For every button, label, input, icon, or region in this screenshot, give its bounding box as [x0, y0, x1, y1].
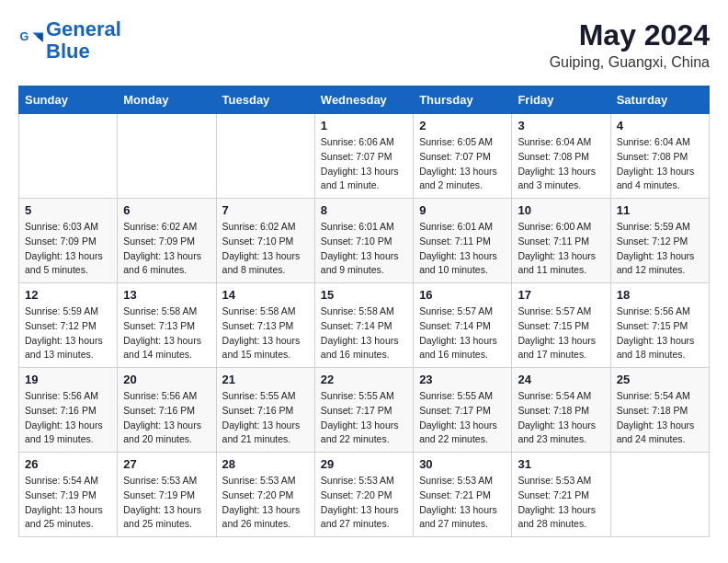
day-info: Sunrise: 5:59 AMSunset: 7:12 PMDaylight:… [25, 304, 111, 362]
calendar-cell-w2-d1: 6Sunrise: 6:02 AMSunset: 7:09 PMDaylight… [118, 199, 216, 283]
day-info: Sunrise: 6:00 AMSunset: 7:11 PMDaylight:… [518, 220, 604, 278]
calendar-cell-w4-d2: 21Sunrise: 5:55 AMSunset: 7:16 PMDayligh… [216, 368, 314, 453]
day-info: Sunrise: 6:04 AMSunset: 7:08 PMDaylight:… [518, 135, 604, 193]
day-info: Sunrise: 6:05 AMSunset: 7:07 PMDaylight:… [419, 135, 506, 193]
day-info: Sunrise: 5:58 AMSunset: 7:13 PMDaylight:… [222, 304, 309, 362]
day-number: 13 [123, 288, 210, 302]
calendar-cell-w3-d2: 14Sunrise: 5:58 AMSunset: 7:13 PMDayligh… [216, 283, 314, 368]
day-number: 27 [123, 457, 210, 471]
day-info: Sunrise: 5:58 AMSunset: 7:13 PMDaylight:… [123, 304, 210, 362]
calendar-cell-w1-d5: 3Sunrise: 6:04 AMSunset: 7:08 PMDaylight… [512, 114, 610, 199]
day-number: 17 [518, 288, 604, 302]
day-number: 21 [222, 373, 309, 386]
day-number: 28 [222, 457, 309, 471]
calendar-week-4: 19Sunrise: 5:56 AMSunset: 7:16 PMDayligh… [19, 368, 710, 453]
day-number: 14 [222, 288, 309, 302]
calendar-cell-w5-d4: 30Sunrise: 5:53 AMSunset: 7:21 PMDayligh… [414, 453, 512, 537]
day-number: 4 [617, 119, 703, 132]
location-title: Guiping, Guangxi, China [550, 54, 710, 71]
weekday-thursday: Thursday [414, 86, 512, 114]
calendar-cell-w3-d6: 18Sunrise: 5:56 AMSunset: 7:15 PMDayligh… [610, 283, 709, 368]
day-info: Sunrise: 5:55 AMSunset: 7:16 PMDaylight:… [222, 389, 309, 447]
calendar-cell-w5-d2: 28Sunrise: 5:53 AMSunset: 7:20 PMDayligh… [216, 453, 314, 537]
day-info: Sunrise: 5:56 AMSunset: 7:16 PMDaylight:… [25, 389, 111, 447]
day-number: 23 [419, 373, 506, 386]
calendar-cell-w5-d0: 26Sunrise: 5:54 AMSunset: 7:19 PMDayligh… [19, 453, 118, 537]
calendar-cell-w1-d2 [216, 114, 314, 199]
calendar-cell-w2-d4: 9Sunrise: 6:01 AMSunset: 7:11 PMDaylight… [414, 199, 512, 283]
calendar-cell-w3-d1: 13Sunrise: 5:58 AMSunset: 7:13 PMDayligh… [118, 283, 216, 368]
page-header: G General Blue May 2024 Guiping, Guangxi… [18, 18, 710, 71]
svg-text:G: G [19, 30, 28, 43]
calendar-cell-w4-d5: 24Sunrise: 5:54 AMSunset: 7:18 PMDayligh… [512, 368, 610, 453]
day-info: Sunrise: 5:58 AMSunset: 7:14 PMDaylight:… [321, 304, 407, 362]
day-info: Sunrise: 5:53 AMSunset: 7:19 PMDaylight:… [123, 474, 210, 532]
calendar-cell-w5-d5: 31Sunrise: 5:53 AMSunset: 7:21 PMDayligh… [512, 453, 610, 537]
calendar-week-3: 12Sunrise: 5:59 AMSunset: 7:12 PMDayligh… [19, 283, 710, 368]
day-info: Sunrise: 5:54 AMSunset: 7:19 PMDaylight:… [25, 474, 111, 532]
calendar-cell-w4-d1: 20Sunrise: 5:56 AMSunset: 7:16 PMDayligh… [118, 368, 216, 453]
day-info: Sunrise: 5:57 AMSunset: 7:14 PMDaylight:… [419, 304, 506, 362]
calendar-week-2: 5Sunrise: 6:03 AMSunset: 7:09 PMDaylight… [19, 199, 710, 283]
logo: G General Blue [18, 18, 121, 63]
calendar-cell-w5-d1: 27Sunrise: 5:53 AMSunset: 7:19 PMDayligh… [118, 453, 216, 537]
day-info: Sunrise: 5:57 AMSunset: 7:15 PMDaylight:… [518, 304, 604, 362]
weekday-friday: Friday [512, 86, 610, 114]
day-number: 1 [321, 119, 407, 132]
day-number: 10 [518, 203, 604, 217]
calendar-week-5: 26Sunrise: 5:54 AMSunset: 7:19 PMDayligh… [19, 453, 710, 537]
calendar-cell-w3-d5: 17Sunrise: 5:57 AMSunset: 7:15 PMDayligh… [512, 283, 610, 368]
day-info: Sunrise: 5:55 AMSunset: 7:17 PMDaylight:… [321, 389, 407, 447]
day-number: 16 [419, 288, 506, 302]
calendar-cell-w1-d4: 2Sunrise: 6:05 AMSunset: 7:07 PMDaylight… [414, 114, 512, 199]
day-number: 7 [222, 203, 309, 217]
day-number: 20 [123, 373, 210, 386]
day-number: 30 [419, 457, 506, 471]
calendar-cell-w2-d3: 8Sunrise: 6:01 AMSunset: 7:10 PMDaylight… [314, 199, 413, 283]
day-number: 26 [25, 457, 111, 471]
calendar-cell-w5-d6 [610, 453, 709, 537]
calendar-cell-w3-d3: 15Sunrise: 5:58 AMSunset: 7:14 PMDayligh… [314, 283, 413, 368]
day-info: Sunrise: 6:04 AMSunset: 7:08 PMDaylight:… [617, 135, 703, 193]
day-info: Sunrise: 5:53 AMSunset: 7:20 PMDaylight:… [222, 474, 309, 532]
day-number: 24 [518, 373, 604, 386]
day-info: Sunrise: 5:53 AMSunset: 7:21 PMDaylight:… [518, 474, 604, 532]
day-info: Sunrise: 5:59 AMSunset: 7:12 PMDaylight:… [617, 220, 703, 278]
day-number: 25 [617, 373, 703, 386]
day-number: 6 [123, 203, 210, 217]
day-info: Sunrise: 6:02 AMSunset: 7:09 PMDaylight:… [123, 220, 210, 278]
calendar-cell-w3-d0: 12Sunrise: 5:59 AMSunset: 7:12 PMDayligh… [19, 283, 118, 368]
weekday-tuesday: Tuesday [216, 86, 314, 114]
weekday-monday: Monday [118, 86, 216, 114]
calendar-header-row: Sunday Monday Tuesday Wednesday Thursday… [19, 86, 710, 114]
calendar-cell-w3-d4: 16Sunrise: 5:57 AMSunset: 7:14 PMDayligh… [414, 283, 512, 368]
calendar-cell-w2-d6: 11Sunrise: 5:59 AMSunset: 7:12 PMDayligh… [610, 199, 709, 283]
day-info: Sunrise: 6:01 AMSunset: 7:11 PMDaylight:… [419, 220, 506, 278]
calendar-table: Sunday Monday Tuesday Wednesday Thursday… [18, 86, 710, 537]
calendar-cell-w4-d0: 19Sunrise: 5:56 AMSunset: 7:16 PMDayligh… [19, 368, 118, 453]
month-title: May 2024 [550, 18, 710, 52]
weekday-wednesday: Wednesday [314, 86, 413, 114]
day-info: Sunrise: 6:03 AMSunset: 7:09 PMDaylight:… [25, 220, 111, 278]
calendar-cell-w2-d5: 10Sunrise: 6:00 AMSunset: 7:11 PMDayligh… [512, 199, 610, 283]
day-info: Sunrise: 5:54 AMSunset: 7:18 PMDaylight:… [518, 389, 604, 447]
calendar-week-1: 1Sunrise: 6:06 AMSunset: 7:07 PMDaylight… [19, 114, 710, 199]
day-number: 11 [617, 203, 703, 217]
day-number: 19 [25, 373, 111, 386]
calendar-cell-w4-d4: 23Sunrise: 5:55 AMSunset: 7:17 PMDayligh… [414, 368, 512, 453]
day-number: 8 [321, 203, 407, 217]
day-number: 12 [25, 288, 111, 302]
calendar-cell-w1-d1 [118, 114, 216, 199]
calendar-cell-w4-d3: 22Sunrise: 5:55 AMSunset: 7:17 PMDayligh… [314, 368, 413, 453]
day-info: Sunrise: 5:54 AMSunset: 7:18 PMDaylight:… [617, 389, 703, 447]
day-number: 29 [321, 457, 407, 471]
day-info: Sunrise: 6:01 AMSunset: 7:10 PMDaylight:… [321, 220, 407, 278]
day-number: 5 [25, 203, 111, 217]
day-info: Sunrise: 5:56 AMSunset: 7:15 PMDaylight:… [617, 304, 703, 362]
day-number: 31 [518, 457, 604, 471]
day-info: Sunrise: 6:02 AMSunset: 7:10 PMDaylight:… [222, 220, 309, 278]
weekday-sunday: Sunday [19, 86, 118, 114]
logo-text: General Blue [46, 18, 121, 63]
title-block: May 2024 Guiping, Guangxi, China [550, 18, 710, 71]
calendar-cell-w4-d6: 25Sunrise: 5:54 AMSunset: 7:18 PMDayligh… [610, 368, 709, 453]
